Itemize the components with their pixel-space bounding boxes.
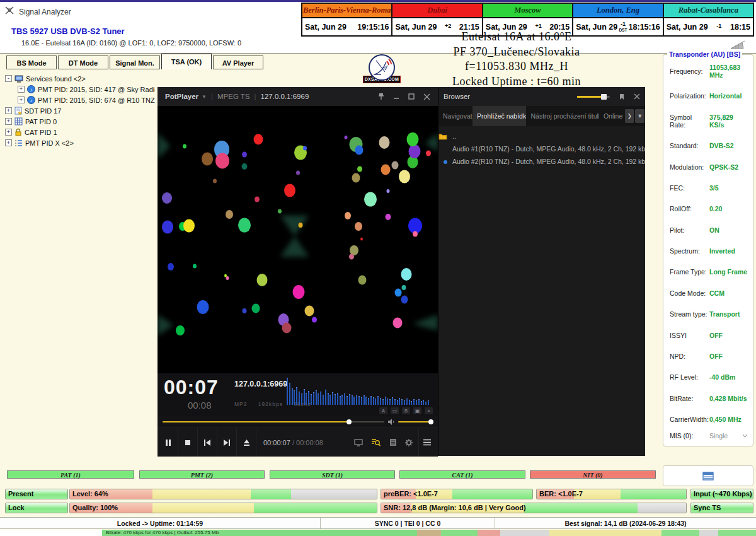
potplayer-titlebar[interactable]: PotPlayer ▼ | MPEG TS | 127.0.0.1:6969 xyxy=(158,87,438,106)
tree-item[interactable]: -Services found <2> xyxy=(5,73,155,84)
video-dot xyxy=(401,295,408,303)
tab-av-player[interactable]: AV Player xyxy=(213,55,263,69)
maximize-icon[interactable] xyxy=(408,93,415,100)
spectrum-bar xyxy=(308,391,309,405)
audio-track-item[interactable]: Audio #2(R10 TNZ) - Dutch, MPEG Audio, 4… xyxy=(438,155,645,168)
playlist-icon[interactable] xyxy=(385,428,401,457)
expander-icon[interactable]: + xyxy=(5,118,12,125)
potplayer-window: PotPlayer ▼ | MPEG TS | 127.0.0.1:6969 xyxy=(158,87,438,456)
stop-button[interactable] xyxy=(178,428,198,457)
parent-folder-row[interactable]: .. xyxy=(438,130,645,143)
volume-handle[interactable] xyxy=(428,419,433,424)
video-dot xyxy=(215,153,229,168)
expander-icon[interactable]: + xyxy=(5,129,12,136)
eject-button[interactable] xyxy=(237,428,256,457)
player-mini-icon-4[interactable]: × xyxy=(425,407,433,414)
video-dot xyxy=(355,222,362,231)
tab-scroll-right-icon[interactable]: ❯ xyxy=(625,109,634,123)
spectrum-bar xyxy=(344,393,345,405)
expander-icon[interactable]: + xyxy=(18,86,25,93)
minimize-icon[interactable] xyxy=(393,93,399,100)
tree-item[interactable]: +PAT PID 0 xyxy=(5,116,155,127)
display-device-icon[interactable] xyxy=(350,428,367,457)
clock-time-value: Sat, Jun 29-118:15 xyxy=(664,18,753,35)
opacity-slider[interactable] xyxy=(577,96,610,98)
table-badge-cat: CAT (1) xyxy=(399,470,525,479)
browser-tab-navigovat[interactable]: Navigovat xyxy=(438,106,472,126)
player-mini-icon-1[interactable]: ▭ xyxy=(391,407,399,414)
tab-tsa-ok-[interactable]: TSA (OK) xyxy=(161,54,212,69)
meter-segment xyxy=(251,489,290,499)
settings-gear-icon[interactable] xyxy=(401,428,417,457)
video-dot xyxy=(183,144,186,148)
spectrum-bar xyxy=(340,396,341,405)
player-mini-icon-0[interactable]: A xyxy=(379,407,387,414)
antenna-tray-icon[interactable] xyxy=(730,40,746,51)
spectrum-bar xyxy=(413,399,415,405)
expander-icon[interactable]: - xyxy=(5,75,12,82)
expander-icon[interactable]: + xyxy=(18,96,25,103)
close-icon[interactable] xyxy=(634,93,640,100)
browser-tab-prohl-e-nab-dky[interactable]: Prohlížeč nabídky xyxy=(472,106,526,126)
spectrum-bar xyxy=(337,393,338,405)
audio-track-item[interactable]: Audio #1(R10 TNZ) - Dutch, MPEG Audio, 4… xyxy=(438,143,645,155)
tree-item[interactable]: +SDT PID 17 xyxy=(5,105,155,116)
video-dot xyxy=(296,171,300,175)
close-icon[interactable] xyxy=(423,93,430,100)
signal-analyzer-window: Signal Analyzer TBS 5927 USB DVB-S2 Tune… xyxy=(0,0,756,536)
expander-icon[interactable]: + xyxy=(5,139,12,146)
clock-utc-offset: -1 xyxy=(708,23,730,31)
window-title: Signal Analyzer xyxy=(19,8,71,16)
previous-button[interactable] xyxy=(198,428,217,457)
menu-icon[interactable] xyxy=(418,428,435,457)
tree-item[interactable]: +PMT PID X <2> xyxy=(5,137,155,148)
transponder-list-button[interactable] xyxy=(663,465,753,486)
chevron-down-icon[interactable]: ▼ xyxy=(202,94,207,100)
expander-icon[interactable]: + xyxy=(5,107,12,114)
transponder-row-label: RF Level: xyxy=(670,373,709,381)
tree-item[interactable]: +CAT PID 1 xyxy=(5,127,155,137)
video-dot xyxy=(197,300,209,314)
stream-url: 127.0.0.1:6969 xyxy=(261,93,309,100)
spectrum-bar xyxy=(389,399,391,405)
strip-segment xyxy=(699,530,718,536)
pause-button[interactable] xyxy=(159,428,178,457)
speaker-icon[interactable] xyxy=(388,419,395,425)
video-dot xyxy=(305,306,314,317)
browser-search-icon[interactable] xyxy=(367,428,384,457)
browser-titlebar[interactable]: Browser xyxy=(438,87,645,106)
tab-bs-mode[interactable]: BS Mode xyxy=(6,55,57,69)
seek-bar-rest[interactable] xyxy=(349,421,384,422)
chevron-down-icon[interactable] xyxy=(742,434,748,438)
next-button[interactable] xyxy=(217,428,237,457)
strip-segment xyxy=(662,530,699,536)
video-area[interactable] xyxy=(158,106,438,373)
spectrum-bar xyxy=(301,393,302,405)
browser-tab-online[interactable]: Online xyxy=(599,106,624,126)
clock-city-label: London, Eng xyxy=(573,4,662,18)
tree-item[interactable]: +♪PMT PID: 2015, SID: 417 @ Sky Radio TN… xyxy=(5,84,155,95)
spectrum-bar xyxy=(385,397,386,405)
volume-slider[interactable] xyxy=(398,421,431,422)
transponder-row-label: Polarization: xyxy=(670,92,709,100)
spectrum-bar xyxy=(318,393,319,405)
mis-dropdown[interactable]: Single xyxy=(709,432,742,440)
tab-dt-mode[interactable]: DT Mode xyxy=(58,55,108,69)
table-badge-sdt: SDT (1) xyxy=(270,470,395,479)
tab-signal-mon-[interactable]: Signal Mon. xyxy=(110,55,160,69)
spectrum-bar xyxy=(370,396,372,405)
player-mini-icon-3[interactable]: ▣ xyxy=(413,407,421,414)
pin-icon[interactable] xyxy=(378,93,384,100)
video-dot xyxy=(202,152,213,165)
tree-item[interactable]: +♪PMT PID: 2015, SID: 674 @ R10 TNZ (BP-… xyxy=(5,95,155,105)
pin-icon[interactable] xyxy=(619,93,625,100)
stream-type-label: MPEG TS xyxy=(217,93,250,100)
tab-dropdown-icon[interactable]: ▼ xyxy=(635,109,644,123)
browser-tab-n-stroj-proch-zen-titulk-[interactable]: Nástroj procházení titulků xyxy=(526,106,598,126)
overlay-line: PF 370_Lučenec/Slovakia xyxy=(378,45,655,60)
player-mini-icon-2[interactable]: B xyxy=(402,407,410,414)
seek-handle[interactable] xyxy=(346,419,352,424)
transponder-row-label: Symbol Rate: xyxy=(670,114,709,129)
seek-bar[interactable] xyxy=(163,421,349,422)
potplayer-menu[interactable]: PotPlayer xyxy=(158,93,198,100)
